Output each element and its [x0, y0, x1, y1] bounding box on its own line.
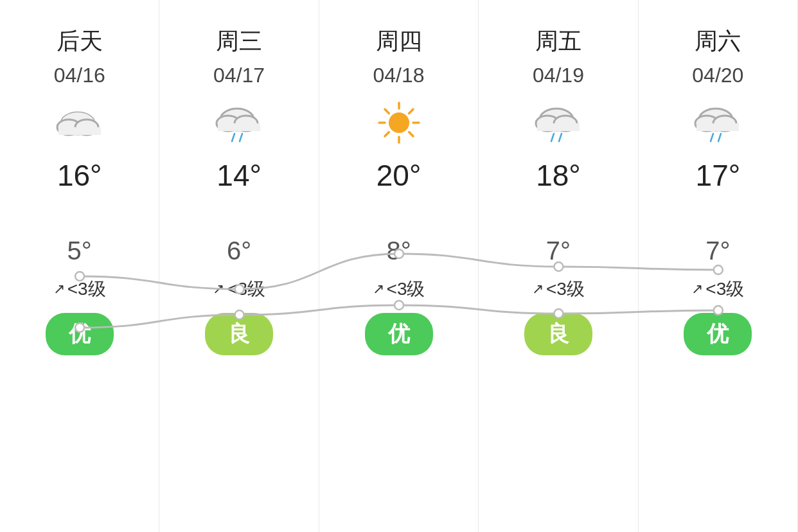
wind-direction-icon: ↗: [213, 281, 224, 297]
day-name: 周三: [216, 26, 262, 57]
high-temp: 17°: [696, 158, 741, 193]
low-temp: 6°: [227, 236, 251, 265]
wind-level: <3级: [546, 277, 585, 301]
wind-direction-icon: ↗: [691, 281, 703, 297]
day-col-4: 周六 04/20 17° 7° ↗ <3级 优: [639, 0, 798, 532]
day-name: 周四: [376, 26, 422, 57]
day-col-1: 周三 04/17 14° 6° ↗ <3级 良: [159, 0, 319, 532]
svg-line-19: [409, 109, 412, 113]
wind-direction-icon: ↗: [532, 281, 544, 297]
svg-rect-24: [537, 123, 580, 131]
day-date: 04/18: [373, 64, 424, 87]
wind-info: ↗ <3级: [691, 277, 744, 301]
wind-direction-icon: ↗: [53, 281, 65, 297]
day-name: 后天: [57, 26, 103, 57]
wind-level: <3级: [387, 277, 425, 301]
low-temp: 7°: [546, 236, 571, 265]
svg-line-17: [385, 109, 389, 113]
day-col-3: 周五 04/19 18° 7° ↗ <3级 良: [479, 0, 638, 532]
svg-line-11: [240, 134, 242, 141]
svg-line-20: [385, 132, 389, 136]
wind-level: <3级: [67, 277, 106, 301]
high-temp: 14°: [217, 158, 262, 193]
wind-level: <3级: [227, 277, 265, 301]
day-date: 04/19: [533, 64, 584, 87]
weather-icon-cloudy: [51, 100, 109, 145]
wind-info: ↗ <3级: [53, 277, 106, 301]
svg-line-18: [409, 132, 412, 136]
svg-rect-30: [696, 123, 739, 131]
day-date: 04/17: [213, 64, 265, 87]
svg-line-32: [718, 134, 721, 141]
high-temp: 20°: [377, 158, 421, 193]
weather-forecast: 后天 04/16 16° 5° ↗ <3级 优 周三 04/17: [0, 0, 798, 532]
high-temp: 18°: [536, 158, 581, 193]
aqi-badge: 优: [684, 313, 752, 355]
low-temp: 7°: [705, 236, 730, 265]
wind-info: ↗ <3级: [373, 277, 425, 301]
svg-line-10: [232, 134, 235, 141]
wind-info: ↗ <3级: [532, 277, 585, 301]
weather-icon-sunny: [370, 100, 428, 145]
svg-point-12: [389, 112, 409, 133]
aqi-badge: 良: [524, 313, 592, 355]
weather-icon-cloudy-rain: [689, 100, 747, 145]
wind-info: ↗ <3级: [213, 277, 265, 301]
wind-direction-icon: ↗: [373, 281, 384, 297]
aqi-badge: 良: [205, 313, 273, 355]
svg-line-25: [551, 134, 554, 141]
day-name: 周五: [535, 26, 581, 57]
weather-icon-cloudy-rain: [529, 100, 587, 145]
day-date: 04/20: [692, 64, 743, 87]
svg-line-26: [559, 134, 562, 141]
svg-line-31: [711, 134, 713, 141]
day-col-2: 周四 04/18 20° 8° ↗ <3级 优: [319, 0, 479, 532]
low-temp: 8°: [386, 236, 411, 265]
low-temp: 5°: [67, 236, 92, 265]
day-date: 04/16: [54, 64, 105, 87]
day-col-0: 后天 04/16 16° 5° ↗ <3级 优: [0, 0, 159, 532]
aqi-badge: 优: [46, 313, 114, 355]
svg-rect-9: [218, 123, 260, 131]
day-name: 周六: [695, 26, 741, 57]
wind-level: <3级: [705, 277, 744, 301]
high-temp: 16°: [57, 158, 102, 193]
weather-icon-cloudy-rain: [210, 100, 268, 145]
svg-rect-4: [58, 127, 101, 135]
aqi-badge: 优: [365, 313, 433, 355]
